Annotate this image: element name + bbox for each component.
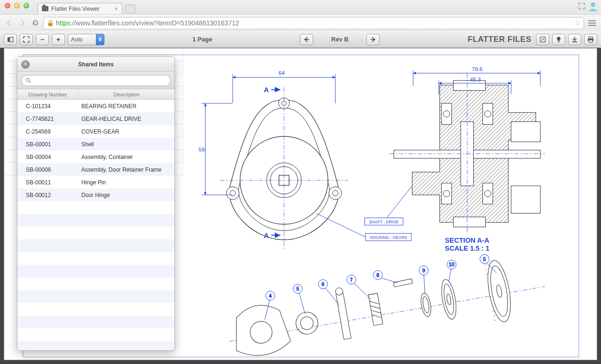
- svg-point-57: [300, 316, 315, 331]
- table-row[interactable]: [17, 227, 174, 239]
- cell-description: Assembly, Door Retainer Frame: [79, 166, 174, 173]
- section-title-1: SECTION A-A: [445, 237, 490, 244]
- table-row[interactable]: [17, 341, 174, 350]
- table-row[interactable]: C-101234BEARING RETAINER: [17, 100, 174, 112]
- svg-rect-44: [511, 186, 540, 213]
- cell-drawing-number: C-101234: [17, 103, 79, 110]
- shared-items-panel: ✕ Shared Items Drawing Number Descriptio…: [17, 56, 175, 351]
- page-count-label: 1 Page: [192, 36, 212, 43]
- panel-rows: C-101234BEARING RETAINERC-7745621GEAR-HE…: [17, 100, 174, 350]
- table-row[interactable]: SB-00001Shell: [17, 138, 174, 150]
- col-description[interactable]: Description: [79, 89, 174, 99]
- svg-rect-61: [368, 293, 383, 326]
- svg-line-89: [379, 277, 397, 283]
- cell-drawing-number: SB-00006: [17, 166, 79, 173]
- tab-title: Flatter Files Viewer: [51, 6, 99, 12]
- cell-description: Shell: [79, 141, 174, 148]
- download-button[interactable]: [568, 34, 581, 45]
- search-box[interactable]: [21, 75, 171, 86]
- label-housing: HOUSING - GEARS: [370, 235, 407, 240]
- svg-line-91: [424, 273, 425, 294]
- browser-chrome: Flatter Files Viewer × 🔒 https://www.fla…: [0, 0, 601, 31]
- url-field[interactable]: 🔒 https://www.flatterfiles.com/v/view?it…: [43, 17, 584, 29]
- table-row[interactable]: [17, 316, 174, 328]
- panel-close-button[interactable]: ✕: [21, 60, 30, 69]
- fit-screen-button[interactable]: [20, 34, 33, 45]
- table-row[interactable]: [17, 277, 174, 290]
- rev-label: Rev B: [318, 36, 362, 43]
- cell-description: Hinge Pin: [79, 179, 174, 186]
- zoom-in-button[interactable]: +: [52, 34, 65, 45]
- rev-next-button[interactable]: [366, 34, 380, 45]
- window-minimize-button[interactable]: [14, 3, 20, 8]
- new-tab-button[interactable]: [125, 5, 135, 13]
- svg-point-97: [26, 79, 30, 82]
- cell-description: GEAR-HELICAL DRIVE: [79, 116, 174, 122]
- svg-line-76: [485, 269, 487, 270]
- zoom-value: Auto: [68, 34, 96, 45]
- zoom-out-button[interactable]: −: [36, 34, 49, 45]
- bookmark-star-icon[interactable]: ☆: [574, 18, 581, 27]
- svg-line-80: [492, 310, 494, 312]
- table-row[interactable]: [17, 239, 174, 252]
- print-button[interactable]: [584, 34, 597, 45]
- svg-line-77: [486, 274, 488, 275]
- svg-point-15: [282, 101, 286, 106]
- nav-back-button[interactable]: [4, 18, 14, 28]
- zoom-select[interactable]: Auto: [68, 34, 104, 45]
- svg-rect-66: [394, 279, 412, 287]
- tab-close-icon[interactable]: ×: [114, 5, 118, 12]
- balloon-7: 7: [350, 277, 353, 283]
- table-row[interactable]: [17, 214, 174, 227]
- revision-nav: Rev B: [300, 34, 380, 45]
- brand-label: FLATTER FILES: [467, 35, 531, 44]
- table-row[interactable]: [17, 252, 174, 265]
- idea-button[interactable]: [552, 34, 565, 45]
- table-row[interactable]: [17, 265, 174, 277]
- browser-menu-button[interactable]: [587, 20, 597, 26]
- svg-point-42: [484, 190, 491, 197]
- col-drawing-number[interactable]: Drawing Number: [17, 89, 79, 99]
- panel-header: ✕ Shared Items: [17, 57, 174, 72]
- section-title-2: SCALE 1.5 : 1: [445, 245, 490, 252]
- edit-button[interactable]: [536, 34, 549, 45]
- zoom-stepper-icon[interactable]: [96, 34, 104, 45]
- table-row[interactable]: [17, 303, 174, 316]
- table-row[interactable]: SB-00006Assembly, Door Retainer Frame: [17, 163, 174, 176]
- panel-search: [17, 72, 174, 89]
- fullscreen-toggle-icon[interactable]: [578, 3, 585, 9]
- table-row[interactable]: [17, 201, 174, 214]
- nav-reload-button[interactable]: [30, 18, 40, 28]
- table-row[interactable]: C-254569COVER-GEAR: [17, 125, 174, 138]
- url-text: https://www.flatterfiles.com/v/view?item…: [56, 19, 239, 27]
- table-row[interactable]: SB-00011Hinge Pin: [17, 176, 174, 189]
- balloon-10: 10: [449, 261, 454, 267]
- cell-drawing-number: C-7745621: [17, 116, 79, 122]
- balloon-5b: 5: [483, 256, 486, 262]
- table-row[interactable]: [17, 328, 174, 341]
- cell-drawing-number: SB-00012: [17, 192, 79, 198]
- marker-a-bottom: A: [264, 232, 269, 239]
- search-input[interactable]: [34, 77, 166, 84]
- table-row[interactable]: SB-00004Assembly, Container: [17, 150, 174, 163]
- lock-icon: 🔒: [47, 19, 54, 26]
- sidebar-toggle-button[interactable]: [4, 34, 17, 45]
- balloon-9: 9: [422, 268, 425, 273]
- window-zoom-button[interactable]: [24, 3, 29, 8]
- svg-line-83: [299, 291, 305, 314]
- balloon-5a: 5: [296, 286, 299, 292]
- rev-prev-button[interactable]: [300, 34, 313, 45]
- marker-a-top: A: [264, 86, 269, 94]
- nav-forward-button[interactable]: [17, 18, 27, 28]
- table-row[interactable]: C-7745621GEAR-HELICAL DRIVE: [17, 112, 174, 125]
- user-profile-icon[interactable]: [588, 1, 598, 11]
- tab-active[interactable]: Flatter Files Viewer ×: [38, 3, 122, 14]
- svg-rect-43: [511, 122, 540, 142]
- panel-column-headers: Drawing Number Description: [17, 89, 174, 100]
- table-row[interactable]: [17, 290, 174, 303]
- cell-drawing-number: C-254569: [17, 128, 79, 135]
- window-close-button[interactable]: [5, 3, 10, 8]
- table-row[interactable]: SB-00012Door Hinge: [17, 189, 174, 201]
- balloon-8: 8: [377, 272, 380, 278]
- svg-point-19: [332, 190, 338, 196]
